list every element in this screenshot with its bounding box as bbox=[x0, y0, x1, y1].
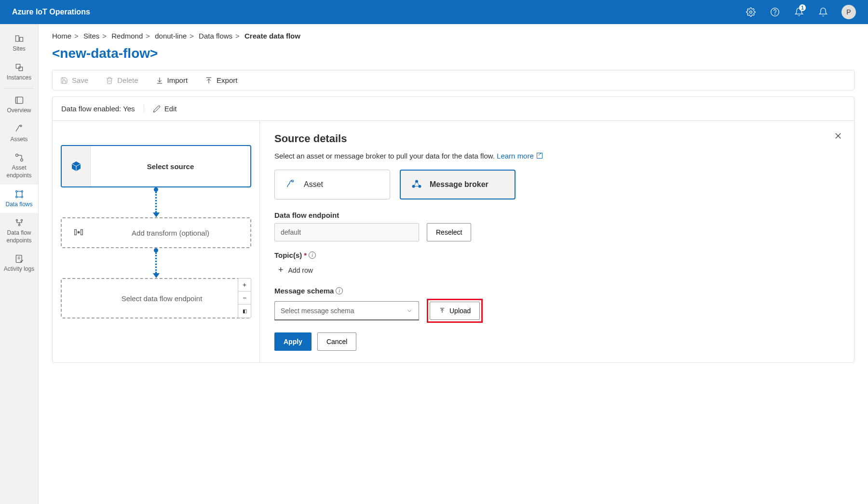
sidebar-item-overview[interactable]: Overview bbox=[0, 91, 38, 119]
breadcrumb: Home> Sites> Redmond> donut-line> Data f… bbox=[52, 32, 854, 40]
reselect-button[interactable]: Reselect bbox=[427, 223, 471, 241]
plus-button[interactable]: + bbox=[238, 279, 251, 292]
svg-rect-7 bbox=[15, 97, 23, 104]
sidebar-item-instances[interactable]: Instances bbox=[0, 58, 38, 87]
page-title: <new-data-flow> bbox=[52, 46, 854, 61]
delete-button: Delete bbox=[106, 76, 138, 84]
select-source-node[interactable]: Select source bbox=[61, 145, 251, 187]
select-endpoint-node[interactable]: Select data flow endpoint + − ◧ bbox=[61, 278, 251, 318]
svg-point-33 bbox=[416, 180, 418, 183]
schema-label: Message schema i bbox=[274, 287, 840, 295]
status-label: Data flow enabled: Yes bbox=[61, 105, 144, 113]
svg-rect-5 bbox=[16, 64, 20, 68]
svg-rect-3 bbox=[15, 36, 19, 41]
option-asset[interactable]: Asset bbox=[274, 170, 390, 199]
add-transform-node[interactable]: Add transform (optional) bbox=[61, 217, 251, 248]
svg-point-18 bbox=[21, 219, 22, 221]
main-container: Sites Instances Overview Assets Asset en… bbox=[0, 24, 868, 504]
transform-icon bbox=[73, 227, 84, 239]
save-button: Save bbox=[60, 76, 88, 84]
breadcrumb-item[interactable]: Redmond bbox=[111, 32, 143, 40]
learn-more-link[interactable]: Learn more bbox=[497, 152, 542, 160]
svg-point-13 bbox=[15, 190, 17, 192]
minus-button[interactable]: − bbox=[238, 292, 251, 305]
help-icon[interactable] bbox=[766, 3, 784, 21]
details-panel: Source details Select an asset or messag… bbox=[260, 121, 854, 362]
external-link-icon bbox=[537, 153, 542, 159]
main-content: Home> Sites> Redmond> donut-line> Data f… bbox=[39, 24, 868, 504]
toolbar: Save Delete Import Export bbox=[52, 70, 854, 91]
schema-select[interactable]: Select message schema bbox=[274, 301, 419, 320]
svg-point-32 bbox=[292, 180, 294, 182]
svg-point-0 bbox=[750, 11, 752, 13]
info-icon[interactable]: i bbox=[309, 252, 316, 259]
card-header: Data flow enabled: Yes Edit bbox=[53, 97, 854, 121]
details-description: Select an asset or message broker to pul… bbox=[274, 152, 840, 160]
breadcrumb-current: Create data flow bbox=[244, 32, 300, 40]
connector bbox=[153, 187, 160, 217]
sidebar-item-sites[interactable]: Sites bbox=[0, 29, 38, 58]
action-row: Apply Cancel bbox=[274, 332, 840, 351]
sidebar: Sites Instances Overview Assets Asset en… bbox=[0, 24, 39, 504]
svg-point-35 bbox=[419, 185, 421, 187]
avatar[interactable]: P bbox=[841, 5, 856, 19]
flow-panel: Select source Add transform (optional) S… bbox=[53, 121, 260, 362]
breadcrumb-item[interactable]: Data flows bbox=[199, 32, 232, 40]
settings-icon[interactable] bbox=[742, 3, 760, 21]
more-button[interactable]: ◧ bbox=[238, 305, 251, 318]
endpoint-input bbox=[274, 223, 419, 241]
sidebar-item-activity-logs[interactable]: Activity logs bbox=[0, 249, 38, 278]
header-actions: 1 P bbox=[742, 3, 856, 21]
connector bbox=[153, 248, 160, 278]
cube-icon bbox=[62, 146, 91, 186]
cancel-button[interactable]: Cancel bbox=[317, 332, 357, 351]
alert-bell-icon[interactable]: 1 bbox=[790, 3, 808, 21]
source-type-options: Asset Message broker bbox=[274, 170, 840, 199]
svg-point-19 bbox=[18, 224, 20, 225]
app-title: Azure IoT Operations bbox=[12, 8, 90, 16]
info-icon[interactable]: i bbox=[336, 287, 343, 294]
edit-button[interactable]: Edit bbox=[153, 105, 177, 113]
option-message-broker[interactable]: Message broker bbox=[400, 170, 515, 199]
svg-point-15 bbox=[15, 196, 17, 198]
notification-bell-icon[interactable] bbox=[814, 3, 832, 21]
svg-point-2 bbox=[775, 14, 775, 14]
breadcrumb-item[interactable]: Sites bbox=[83, 32, 99, 40]
sidebar-item-data-flow-endpoints[interactable]: Data flow endpoints bbox=[0, 213, 38, 249]
sidebar-item-asset-endpoints[interactable]: Asset endpoints bbox=[0, 148, 38, 184]
sidebar-item-data-flows[interactable]: Data flows bbox=[0, 185, 38, 213]
svg-rect-28 bbox=[81, 229, 83, 235]
svg-rect-4 bbox=[19, 38, 23, 41]
breadcrumb-item[interactable]: Home bbox=[52, 32, 71, 40]
svg-point-34 bbox=[412, 185, 415, 187]
export-button[interactable]: Export bbox=[205, 76, 237, 84]
svg-rect-27 bbox=[75, 229, 77, 235]
alert-badge: 1 bbox=[799, 4, 806, 11]
add-row-button[interactable]: +Add row bbox=[274, 263, 840, 277]
svg-point-11 bbox=[15, 154, 18, 157]
endpoint-controls: + − ◧ bbox=[238, 278, 251, 318]
svg-point-29 bbox=[78, 231, 80, 233]
import-button[interactable]: Import bbox=[156, 76, 188, 84]
svg-rect-6 bbox=[19, 67, 22, 71]
sidebar-item-assets[interactable]: Assets bbox=[0, 119, 38, 148]
close-icon[interactable] bbox=[834, 132, 842, 142]
endpoint-label: Data flow endpoint bbox=[274, 211, 840, 219]
details-title: Source details bbox=[274, 133, 840, 145]
apply-button[interactable]: Apply bbox=[274, 332, 312, 351]
content-card: Data flow enabled: Yes Edit Select sourc… bbox=[52, 96, 854, 363]
svg-point-17 bbox=[16, 219, 17, 221]
svg-point-1 bbox=[771, 8, 779, 16]
svg-point-12 bbox=[20, 159, 23, 161]
topics-label: Topic(s) * i bbox=[274, 251, 840, 259]
upload-button[interactable]: Upload bbox=[430, 302, 480, 320]
breadcrumb-item[interactable]: donut-line bbox=[155, 32, 187, 40]
svg-point-10 bbox=[20, 125, 21, 126]
app-header: Azure IoT Operations 1 P bbox=[0, 0, 868, 24]
svg-point-14 bbox=[21, 190, 23, 192]
svg-point-16 bbox=[21, 196, 23, 198]
upload-highlight: Upload bbox=[427, 299, 483, 323]
